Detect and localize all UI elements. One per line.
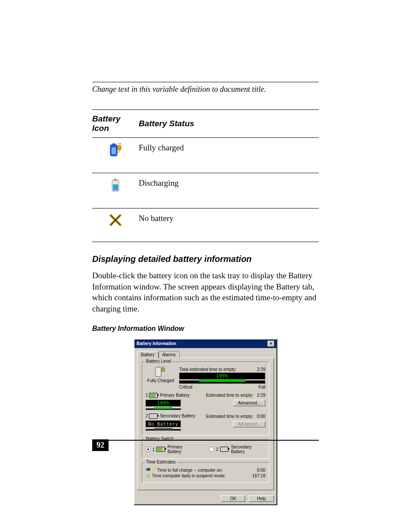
battery-full-plug-icon: [109, 143, 122, 158]
secondary-est-label: Estimated time to empty:: [206, 414, 253, 419]
svg-rect-1: [112, 143, 115, 146]
secondary-label: 2 Secondary Battery: [146, 414, 195, 419]
bottom-rule: [92, 440, 319, 441]
section-heading: Displaying detailed battery information: [92, 254, 319, 264]
battery-discharging-icon: [110, 178, 121, 193]
radio-primary-battery[interactable]: 1 Primary Battery: [146, 445, 196, 454]
scale-high: Full: [258, 385, 265, 389]
primary-est-value: 2:29: [257, 393, 265, 398]
svg-rect-14: [156, 367, 161, 376]
svg-rect-7: [114, 179, 117, 181]
time-full-charge-value: 0:00: [257, 468, 265, 473]
total-est-label: Total estimated time to empty:: [179, 367, 237, 372]
legend-time-estimates: Time Estimates: [145, 460, 177, 464]
th-battery-icon: Battery Icon: [92, 110, 139, 138]
table-row: No battery: [92, 208, 319, 242]
primary-est-label: Estimated time to empty:: [206, 393, 253, 398]
group-time-estimates: Time Estimates 🖥️⚡ Time to full charge -…: [142, 462, 269, 483]
level-bar-segments: ▀▀▀▀▀▀▀▀▀▀▀▀▀▀▀▀▀▀: [179, 380, 265, 384]
svg-rect-8: [113, 184, 118, 190]
primary-label: 1 Primary Battery: [146, 393, 190, 398]
svg-rect-15: [157, 366, 160, 368]
level-pct: 100%: [216, 373, 228, 378]
th-battery-status: Battery Status: [139, 110, 319, 138]
table-row: Discharging: [92, 173, 319, 208]
no-battery-icon: [109, 214, 122, 227]
radio-secondary-battery[interactable]: 2 Secondary Battery: [209, 445, 265, 454]
time-suspend-value: 167:18: [252, 473, 265, 478]
battery-information-dialog: Battery Information × BatteryAlarms Batt…: [134, 339, 277, 506]
secondary-est-value: 0:00: [257, 414, 265, 419]
table-row: Fully charged: [92, 138, 319, 173]
time-suspend-label: 🔋 Time computer lasts in suspend mode:: [146, 473, 226, 478]
battery-full-plug-icon: [155, 366, 167, 378]
advanced-primary-button[interactable]: Advanced...: [233, 400, 265, 406]
scale-low: Critical: [179, 385, 193, 389]
svg-rect-2: [112, 147, 116, 154]
svg-rect-16: [162, 368, 165, 371]
total-est-value: 2:29: [257, 367, 265, 372]
status-cell: Fully charged: [139, 138, 319, 173]
page-number: 92: [92, 439, 109, 451]
status-cell: No battery: [139, 208, 319, 242]
group-battery-level: Battery Level Fully Charged: [142, 361, 269, 436]
figure-caption: Battery Information Window: [92, 325, 319, 333]
tab-battery[interactable]: Battery: [137, 351, 159, 358]
legend-battery-level: Battery Level: [145, 359, 172, 364]
advanced-secondary-button: Advanced...: [233, 421, 265, 427]
ok-button[interactable]: OK: [221, 495, 245, 502]
close-icon[interactable]: ×: [268, 341, 274, 347]
top-rule: [92, 82, 319, 82]
svg-rect-3: [118, 146, 121, 150]
status-text: Fully Charged: [147, 378, 174, 383]
time-full-charge-label: 🖥️⚡ Time to full charge -- computer on:: [146, 468, 223, 473]
primary-pct-bar: 100%: [146, 400, 181, 407]
tab-alarms[interactable]: Alarms: [159, 351, 180, 358]
dialog-title: Battery Information: [137, 341, 176, 346]
group-battery-switch: Battery Switch 1 Primary Battery 2 Secon…: [142, 439, 269, 459]
help-button[interactable]: Help: [249, 495, 274, 502]
level-bar: 100%: [179, 373, 265, 380]
secondary-pct-bar: No Battery: [146, 420, 181, 427]
status-cell: Discharging: [139, 173, 319, 208]
header-variable-text: Change text in this variable definition …: [92, 85, 319, 94]
titlebar[interactable]: Battery Information ×: [134, 339, 277, 348]
battery-icon-status-table: Battery Icon Battery Status Fully char: [92, 109, 319, 242]
body-paragraph: Double-click the battery icon on the tas…: [92, 270, 319, 314]
